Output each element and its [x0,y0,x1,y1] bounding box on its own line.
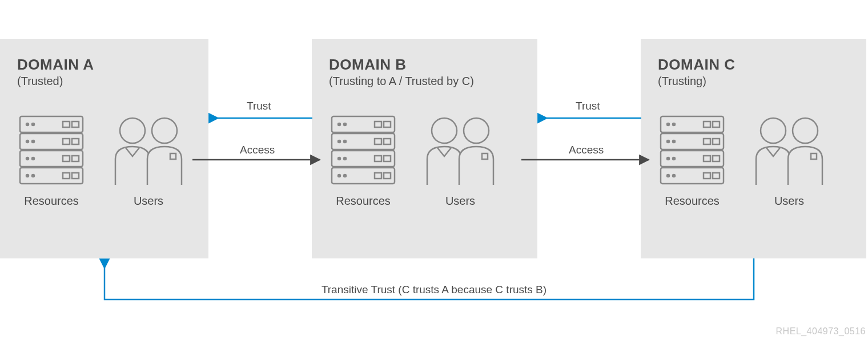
users-icon [108,114,188,188]
svg-rect-2 [20,151,83,167]
domain-b-box: DOMAIN B (Trusting to A / Trusted by C) [312,39,537,258]
svg-point-4 [26,123,29,126]
svg-rect-33 [375,139,381,144]
svg-rect-25 [332,151,395,167]
svg-point-16 [26,175,29,177]
svg-rect-15 [72,156,79,161]
svg-rect-29 [375,122,381,127]
svg-rect-23 [332,116,395,132]
svg-point-55 [673,140,675,143]
users-icon [749,114,829,188]
svg-rect-60 [704,156,710,161]
svg-point-63 [673,175,675,177]
svg-rect-10 [63,139,70,144]
svg-point-8 [26,140,29,143]
svg-point-35 [338,157,340,160]
domain-c-subtitle: (Trusting) [658,75,852,88]
svg-rect-37 [375,156,381,161]
svg-rect-64 [704,173,710,179]
domain-c-box: DOMAIN C (Trusting) [641,39,866,258]
footer-id: RHEL_404973_0516 [776,326,866,337]
svg-rect-11 [72,139,79,144]
svg-point-44 [464,118,489,143]
svg-rect-65 [713,173,720,179]
domain-b-users-label: Users [445,195,475,208]
svg-point-66 [761,118,786,143]
domain-a-subtitle: (Trusted) [17,75,194,88]
svg-rect-19 [72,173,79,179]
svg-point-20 [120,118,145,143]
users-icon [420,114,500,188]
domain-b-title: DOMAIN B [329,56,523,74]
trust-bc-label: Trust [576,100,600,112]
domain-c-resources: Resources [658,114,726,208]
trust-ab-label: Trust [247,100,271,112]
domain-c-users-label: Users [774,195,804,208]
server-icon [17,114,86,188]
svg-point-9 [32,140,34,143]
svg-point-54 [667,140,669,143]
domain-a-content: Resources Users [17,114,194,208]
svg-rect-26 [332,168,395,184]
svg-rect-3 [20,168,83,184]
server-icon [329,114,397,188]
svg-rect-0 [20,116,83,132]
svg-point-31 [338,140,340,143]
svg-rect-14 [63,156,70,161]
svg-rect-18 [63,173,70,179]
domain-b-resources: Resources [329,114,397,208]
transitive-trust-label: Transitive Trust (C trusts A because C t… [0,284,868,296]
svg-point-5 [32,123,34,126]
svg-rect-41 [375,173,381,179]
domain-c-title: DOMAIN C [658,56,852,74]
svg-point-32 [344,140,346,143]
domain-a-title: DOMAIN A [17,56,194,74]
svg-point-28 [344,123,346,126]
svg-point-39 [338,175,340,177]
svg-rect-61 [713,156,720,161]
svg-point-40 [344,175,346,177]
svg-rect-1 [20,133,83,149]
svg-point-43 [432,118,457,143]
domain-a-users-label: Users [134,195,163,208]
svg-rect-53 [713,122,720,127]
domain-b-subtitle: (Trusting to A / Trusted by C) [329,75,523,88]
svg-point-62 [667,175,669,177]
domain-b-resources-label: Resources [336,195,391,208]
svg-rect-56 [704,139,710,144]
svg-point-51 [673,123,675,126]
svg-point-67 [793,118,818,143]
svg-point-21 [152,118,177,143]
svg-rect-34 [384,139,391,144]
svg-point-12 [26,157,29,160]
domain-a-users: Users [108,114,188,208]
svg-point-36 [344,157,346,160]
domain-a-resources: Resources [17,114,86,208]
domain-b-users: Users [420,114,500,208]
svg-point-50 [667,123,669,126]
domain-a-resources-label: Resources [24,195,79,208]
server-icon [658,114,726,188]
access-ab-label: Access [240,144,275,156]
svg-point-58 [667,157,669,160]
svg-rect-38 [384,156,391,161]
svg-point-17 [32,175,34,177]
svg-rect-47 [661,133,724,149]
svg-rect-52 [704,122,710,127]
domain-c-resources-label: Resources [665,195,720,208]
domain-c-content: Resources Users [658,114,852,208]
svg-rect-42 [384,173,391,179]
domain-a-box: DOMAIN A (Trusted) R [0,39,208,258]
svg-point-13 [32,157,34,160]
svg-rect-48 [661,151,724,167]
svg-point-27 [338,123,340,126]
svg-point-59 [673,157,675,160]
svg-rect-30 [384,122,391,127]
svg-rect-46 [661,116,724,132]
access-bc-label: Access [569,144,604,156]
svg-rect-57 [713,139,720,144]
svg-rect-49 [661,168,724,184]
svg-rect-6 [63,122,70,127]
domain-b-content: Resources Users [329,114,523,208]
svg-rect-24 [332,133,395,149]
